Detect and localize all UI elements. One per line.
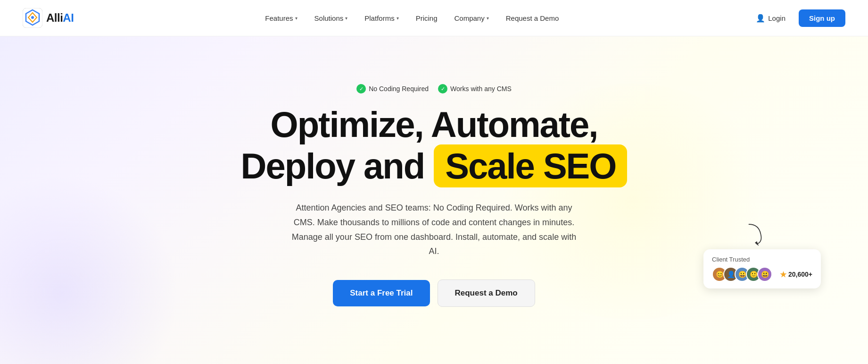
solutions-chevron-icon: ▾ [345, 16, 347, 21]
check-icon-2: ✓ [438, 84, 447, 93]
logo-icon [23, 8, 42, 28]
request-demo-button[interactable]: Request a Demo [438, 279, 535, 307]
client-trusted-label: Client Trusted [712, 256, 812, 263]
hero-title-line2: Deploy and Scale SEO [241, 144, 628, 188]
logo-area: AlliAI [23, 8, 74, 28]
avatar-5: 😃 [757, 267, 772, 282]
navbar-actions: 👤 Login Sign up [750, 9, 845, 27]
hero-title: Optimize, Automate, Deploy and Scale SEO [241, 105, 628, 187]
hero-title-line1: Optimize, Automate, [241, 105, 628, 144]
logo-text: AlliAI [46, 11, 74, 25]
platforms-chevron-icon: ▾ [397, 16, 399, 21]
client-trusted-widget: Client Trusted 😊 👤 😀 🙂 😃 [703, 249, 821, 288]
nav-pricing[interactable]: Pricing [409, 10, 444, 26]
nav-platforms[interactable]: Platforms ▾ [358, 10, 405, 26]
badge-cms: ✓ Works with any CMS [438, 84, 512, 93]
svg-point-3 [31, 16, 34, 19]
nav-company[interactable]: Company ▾ [448, 10, 496, 26]
features-chevron-icon: ▾ [295, 16, 298, 21]
rating-count: 20,600+ [788, 271, 812, 278]
start-free-trial-button[interactable]: Start a Free Trial [333, 280, 430, 306]
badge-no-coding: ✓ No Coding Required [356, 84, 429, 93]
signup-button[interactable]: Sign up [799, 9, 845, 27]
rating: ★ 20,600+ [780, 270, 812, 279]
hero-description: Attention Agencies and SEO teams: No Cod… [288, 201, 580, 258]
hero-section: ✓ No Coding Required ✓ Works with any CM… [0, 36, 868, 364]
login-button[interactable]: 👤 Login [750, 10, 791, 26]
hero-buttons: Start a Free Trial Request a Demo [333, 279, 535, 307]
nav-features[interactable]: Features ▾ [258, 10, 304, 26]
user-icon: 👤 [756, 14, 765, 23]
hero-badges: ✓ No Coding Required ✓ Works with any CM… [356, 84, 512, 93]
navbar: AlliAI Features ▾ Solutions ▾ Platforms … [0, 0, 868, 36]
star-icon: ★ [780, 270, 786, 279]
hero-content: ✓ No Coding Required ✓ Works with any CM… [241, 84, 628, 307]
nav-links: Features ▾ Solutions ▾ Platforms ▾ Prici… [258, 10, 565, 26]
hero-title-highlight: Scale SEO [434, 144, 627, 188]
company-chevron-icon: ▾ [487, 16, 489, 21]
client-trusted-row: 😊 👤 😀 🙂 😃 ★ 20,600+ [712, 267, 812, 282]
nav-solutions[interactable]: Solutions ▾ [308, 10, 355, 26]
avatar-stack: 😊 👤 😀 🙂 😃 [712, 267, 772, 282]
check-icon-1: ✓ [356, 84, 366, 93]
nav-request-demo[interactable]: Request a Demo [499, 10, 566, 26]
arrow-decoration [743, 222, 767, 246]
